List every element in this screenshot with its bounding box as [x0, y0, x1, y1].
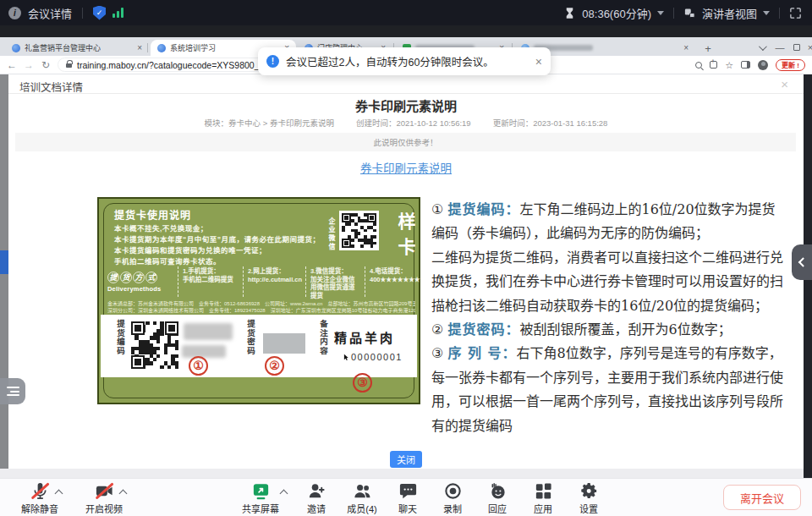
share-screen-button[interactable]: 共享屏幕: [233, 481, 288, 515]
explanation-line: ③ 序 列 号：右下角8位数字，序列号是连号的有序数字，: [431, 342, 804, 365]
notice-bar: 此说明仅供参考！: [15, 133, 796, 151]
mouse-cursor-icon: [343, 353, 350, 362]
window-minimize-icon[interactable]: —: [771, 40, 788, 55]
share-options-chevron[interactable]: [280, 490, 288, 498]
card-usage-line: 手机拍二维码可查询券卡状态。: [114, 255, 221, 266]
reload-icon[interactable]: ↻: [37, 59, 54, 71]
tab-label: 礼盒营销平台管理中心: [25, 42, 101, 53]
leave-meeting-button[interactable]: 离开会议: [723, 485, 801, 510]
camera-off-icon: [95, 481, 114, 501]
blurred-code: [182, 345, 226, 358]
divider: [82, 8, 83, 19]
floating-list-widget[interactable]: [0, 378, 25, 404]
delivery-method: 3.微信提货： 加关注企业微信 用微信提货通道提货: [305, 266, 365, 297]
window-close-icon[interactable]: ×: [802, 40, 812, 55]
browser-tab-1[interactable]: 礼盒营销平台管理中心 ×: [5, 40, 149, 56]
tab-favicon: [12, 44, 20, 52]
delivery-method: 1.手机提货： 手机拍二维码提货: [178, 266, 243, 297]
tab-label: 系统培训学习: [170, 42, 216, 53]
company-info-line: 深圳分公司：深圳金禾通网络技术有限公司 业务专线：18923475028 深圳地…: [107, 306, 415, 314]
meeting-timer: 08:36(60分钟): [582, 5, 651, 21]
pickup-password-label: 提货密码: [244, 320, 256, 355]
card-usage-line: 本卡概不挂失,不兑换现金；: [114, 222, 208, 233]
side-panel-icon[interactable]: [741, 61, 750, 69]
sidebar-active-item: [0, 250, 8, 274]
meeting-info-icon[interactable]: i: [8, 7, 21, 19]
new-tab-button[interactable]: +: [700, 41, 716, 56]
card-usage-line: 本卡提货编码和提货密码为兑换的唯一凭证；: [114, 244, 266, 255]
chat-icon: [398, 481, 418, 501]
meeting-window: i 会议详情 ✓ 08:36(60分钟) 演讲者视图: [0, 0, 812, 516]
unmute-button[interactable]: 解除静音: [12, 481, 68, 515]
pickup-code-label: 提货编码: [114, 320, 126, 355]
delivery-methods-row: 提货方式 Deliverymethods 1.手机提货： 手机拍二维码提货 2.…: [107, 266, 414, 297]
forward-icon[interactable]: →: [20, 59, 37, 71]
back-icon[interactable]: ←: [3, 59, 20, 71]
panel-collapse-handle[interactable]: [792, 244, 812, 280]
blurred-code: [184, 323, 233, 340]
notification-close-icon[interactable]: ×: [535, 55, 542, 69]
divider: [673, 8, 674, 19]
panel-title: 培训文档详情: [19, 79, 83, 95]
record-button[interactable]: 录制: [436, 481, 469, 515]
browser-frame-top: [0, 25, 812, 37]
delivery-title: 提货方式: [107, 268, 178, 283]
mic-options-chevron[interactable]: [55, 490, 63, 498]
layout-icon: [683, 7, 696, 19]
collapsed-sidebar: [0, 74, 8, 478]
zoom-icon[interactable]: [695, 62, 702, 69]
fullscreen-icon[interactable]: [789, 7, 802, 19]
view-mode-label[interactable]: 演讲者视图: [702, 5, 757, 21]
chevron-left-icon: [798, 257, 808, 266]
settings-icon: [579, 481, 599, 501]
bookmark-star-icon[interactable]: ☆: [725, 61, 733, 69]
document-meta: 模块：券卡中心 > 券卡印刷元素说明 创建时间：2021-10-12 10:56…: [8, 117, 804, 129]
browser-update-button[interactable]: 更新 !: [776, 59, 805, 71]
members-button[interactable]: 成员(4): [340, 481, 384, 515]
info-icon: !: [266, 55, 279, 68]
share-icon[interactable]: [710, 61, 717, 69]
gift-card-image: 提货卡使用说明 本卡概不挂失,不兑换现金； 本卡提货期为本年度“月中旬至”月底，…: [97, 197, 420, 404]
screen-share-icon: [251, 481, 271, 501]
explanation-line: 换提货，我们在券卡中心进行券卡管理时可以用设置好的扫: [431, 270, 804, 294]
settings-button[interactable]: 设置: [572, 481, 606, 515]
window-menu-icon[interactable]: [753, 40, 770, 55]
badge-3: ③: [353, 373, 372, 392]
serial-number: 00000001: [343, 352, 403, 362]
meeting-info-label[interactable]: 会议详情: [28, 5, 72, 21]
url-text[interactable]: training.maboy.cn/?cataloguecode=XYS9800…: [77, 60, 283, 70]
meta-module: 模块：券卡中心 > 券卡印刷元素说明: [205, 117, 334, 129]
divider: [779, 8, 780, 19]
apps-button[interactable]: 应用: [526, 481, 560, 515]
shared-page-content: 培训文档详情 × 券卡印刷元素说明 模块：券卡中心 > 券卡印刷元素说明 创建时…: [0, 74, 812, 478]
invite-button[interactable]: 邀请: [298, 481, 335, 515]
security-shield-icon[interactable]: ✓: [93, 6, 106, 20]
card-usage-line: 本卡提货期为本年度“月中旬至”月底，请务必在此期间提货；: [114, 233, 321, 244]
delivery-subtitle: Deliverymethods: [107, 285, 178, 293]
apps-icon: [534, 481, 553, 501]
explanation-line: 编码（券卡编码），此编码为无序的防伪编码；: [431, 222, 804, 245]
reaction-button[interactable]: 回应: [480, 481, 514, 515]
document-link[interactable]: 券卡印刷元素说明: [8, 159, 804, 176]
video-options-chevron[interactable]: [119, 490, 128, 498]
view-dropdown-icon[interactable]: [763, 11, 770, 15]
tab-close-icon[interactable]: ×: [682, 43, 690, 52]
network-signal-icon[interactable]: [112, 8, 123, 18]
profile-avatar[interactable]: [758, 60, 768, 70]
timer-dropdown-icon[interactable]: [657, 11, 664, 15]
tab-close-icon[interactable]: ×: [135, 43, 144, 52]
chat-button[interactable]: 聊天: [391, 481, 425, 515]
wechat-label: 企业微信: [326, 217, 336, 251]
product-name: 精品羊肉: [334, 328, 395, 346]
close-doc-button[interactable]: 关闭: [390, 451, 422, 468]
start-video-button[interactable]: 开启视频: [76, 481, 132, 515]
explanation-line: ① 提货编码：左下角二维码边上的16位/20位数字为提货: [431, 198, 804, 222]
explanation-line: ② 提货密码：被刮刮银所覆盖，刮开为6位数字；: [431, 318, 804, 342]
list-icon: [7, 385, 19, 398]
pickup-qr-code: [131, 321, 178, 369]
remark-label: 备注内容: [317, 320, 329, 355]
notification-message: 会议已超过2人，自动转为60分钟限时会议。: [286, 53, 494, 69]
meeting-notification-toast: ! 会议已超过2人，自动转为60分钟限时会议。 ×: [258, 47, 551, 75]
panel-close-icon[interactable]: ×: [781, 77, 788, 91]
lock-icon: [66, 63, 72, 68]
